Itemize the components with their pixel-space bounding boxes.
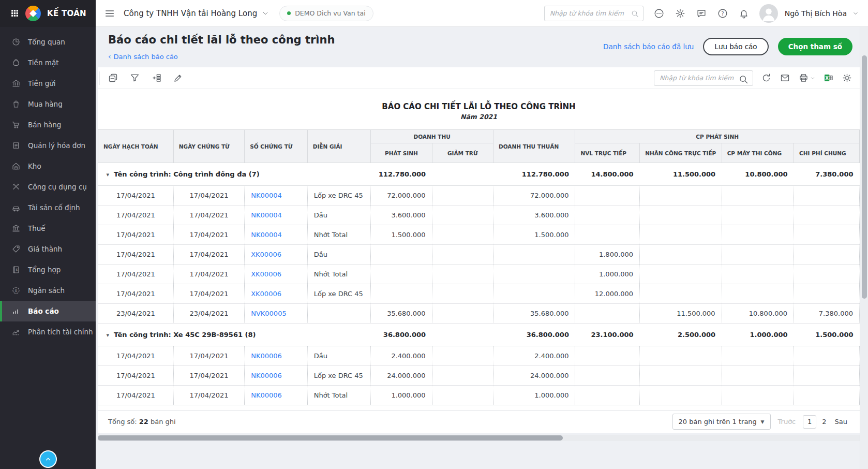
column-header[interactable]: GIẢM TRỪ xyxy=(432,143,493,163)
column-header[interactable]: CHI PHÍ CHUNG xyxy=(794,143,860,163)
breadcrumb[interactable]: ‹Danh sách báo cáo xyxy=(108,52,178,61)
sidebar-item-analysis[interactable]: Phân tích tài chính xyxy=(0,321,96,342)
table-cell xyxy=(722,225,794,245)
refresh-icon[interactable] xyxy=(761,72,772,83)
horizontal-scrollbar-thumb[interactable] xyxy=(98,435,563,441)
print-group[interactable] xyxy=(798,72,815,83)
vertical-scrollbar[interactable] xyxy=(860,27,868,469)
table-row[interactable]: 17/04/202117/04/2021XK00006Lốp xe DRC 45… xyxy=(98,284,860,304)
table-row[interactable]: 17/04/202117/04/2021NK00004Nhớt Total1.5… xyxy=(98,225,860,245)
save-report-button[interactable]: Lưu báo cáo xyxy=(703,38,768,55)
sidebar-item-assets[interactable]: Tài sản cố định xyxy=(0,197,96,218)
group-title[interactable]: ▾Tên công trình: Công trình đống đa (7) xyxy=(98,163,371,186)
budget-icon: $ xyxy=(11,286,21,295)
apps-grid-icon[interactable] xyxy=(10,9,19,18)
sidebar-item-sales[interactable]: Bán hàng xyxy=(0,114,96,135)
voucher-link[interactable]: XK00006 xyxy=(251,270,281,278)
table-row[interactable]: 17/04/202117/04/2021NK00006Lốp xe DRC 45… xyxy=(98,366,860,386)
table-row[interactable]: 17/04/202117/04/2021NK00004Lốp xe DRC 45… xyxy=(98,186,860,206)
settings-icon[interactable] xyxy=(675,8,686,19)
collapse-triangle-icon[interactable]: ▾ xyxy=(107,332,110,339)
collapse-rows-icon[interactable] xyxy=(108,72,118,83)
help-icon[interactable]: ? xyxy=(717,8,728,19)
table-cell xyxy=(794,186,860,206)
page-size-select[interactable]: 20 bản ghi trên 1 trang ▼ xyxy=(672,414,771,430)
notifications-icon[interactable] xyxy=(738,8,750,19)
table-settings-icon[interactable] xyxy=(842,72,852,83)
sidebar-item-tax[interactable]: Thuế xyxy=(0,218,96,239)
export-excel-icon[interactable]: X xyxy=(823,72,834,83)
saved-reports-link[interactable]: Danh sách báo cáo đã lưu xyxy=(603,42,694,51)
user-name[interactable]: Ngô Thị Bích Hòa xyxy=(785,9,847,18)
filter-icon[interactable] xyxy=(129,72,140,83)
sidebar-item-report[interactable]: Báo cáo xyxy=(0,301,96,321)
table-cell xyxy=(794,265,860,284)
voucher-link[interactable]: NVK00005 xyxy=(251,310,287,317)
sidebar-item-overview[interactable]: Tổng quan xyxy=(0,32,96,52)
sidebar-item-purchase[interactable]: Mua hàng xyxy=(0,94,96,114)
column-header[interactable]: SỐ CHỨNG TỪ xyxy=(245,130,308,163)
email-icon[interactable] xyxy=(780,72,790,83)
hamburger-icon[interactable] xyxy=(104,8,115,19)
table-row[interactable]: 17/04/202117/04/2021NK00004Dầu3.600.0003… xyxy=(98,206,860,225)
table-row[interactable]: 23/04/202123/04/2021NVK0000535.680.00035… xyxy=(98,304,860,324)
group-row[interactable]: ▾Tên công trình: Công trình đống đa (7)1… xyxy=(98,163,860,186)
table-row[interactable]: 17/04/202117/04/2021XK00006Dầu1.800.000 xyxy=(98,245,860,265)
table-cell xyxy=(575,225,640,245)
voucher-link[interactable]: NK00006 xyxy=(251,391,282,399)
sidebar-item-label: Tổng hợp xyxy=(28,266,61,274)
voucher-link[interactable]: XK00006 xyxy=(251,251,281,258)
column-header[interactable]: NGÀY CHỨNG TỪ xyxy=(173,130,244,163)
edit-icon[interactable] xyxy=(173,72,184,83)
column-header[interactable]: NHÂN CÔNG TRỰC TIẾP xyxy=(640,143,722,163)
table-row[interactable]: 17/04/202117/04/2021NK00006Dầu2.400.0002… xyxy=(98,346,860,366)
table-cell: 3.600.000 xyxy=(371,206,432,225)
voucher-link[interactable]: NK00006 xyxy=(251,352,282,360)
column-header[interactable]: CP MÁY THI CÔNG xyxy=(722,143,794,163)
group-row[interactable]: ▾Tên công trình: Xe 45C 29B-89561 (8)36.… xyxy=(98,324,860,346)
voucher-link[interactable]: XK00006 xyxy=(251,290,281,298)
user-menu-caret-icon[interactable] xyxy=(852,10,859,17)
sidebar-item-deposit[interactable]: Tiền gửi xyxy=(0,73,96,94)
collapse-triangle-icon[interactable]: ▾ xyxy=(107,171,110,178)
horizontal-scrollbar[interactable] xyxy=(98,435,860,441)
column-header[interactable]: NGÀY HẠCH TOÁN xyxy=(98,130,174,163)
vertical-scrollbar-thumb[interactable] xyxy=(862,55,867,299)
more-icon[interactable] xyxy=(653,8,665,19)
sidebar-item-cost[interactable]: Giá thành xyxy=(0,239,96,259)
next-page-button[interactable]: Sau xyxy=(835,418,847,426)
column-header[interactable]: DOANH THU THUẦN xyxy=(493,130,575,163)
column-header[interactable]: PHÁT SINH xyxy=(371,143,432,163)
table-row[interactable]: 17/04/202117/04/2021XK00006Nhớt Total1.0… xyxy=(98,265,860,284)
table-cell: 3.600.000 xyxy=(493,206,575,225)
column-header[interactable]: DIỄN GIẢI xyxy=(307,130,371,163)
add-column-icon[interactable] xyxy=(151,72,162,83)
table-cell: NVK00005 xyxy=(245,304,308,324)
page-button-2[interactable]: 2 xyxy=(821,418,827,426)
voucher-link[interactable]: NK00004 xyxy=(251,192,282,199)
sidebar-item-tools[interactable]: Công cụ dụng cụ xyxy=(0,177,96,197)
voucher-link[interactable]: NK00006 xyxy=(251,372,282,379)
scroll-up-button[interactable] xyxy=(39,450,57,468)
table-row[interactable]: 17/04/202117/04/2021NK00006Nhớt Total1.0… xyxy=(98,386,860,405)
chat-icon[interactable] xyxy=(696,8,707,19)
global-search-input[interactable] xyxy=(545,6,643,21)
group-title[interactable]: ▾Tên công trình: Xe 45C 29B-89561 (8) xyxy=(98,324,371,346)
company-selector[interactable]: Công ty TNHH Vận tải Hoàng Long xyxy=(124,9,269,18)
sidebar-item-general[interactable]: $Tổng hợp xyxy=(0,259,96,280)
sidebar-item-warehouse[interactable]: Kho xyxy=(0,156,96,177)
column-header[interactable]: NVL TRỰC TIẾP xyxy=(575,143,640,163)
sidebar-item-invoice[interactable]: Quản lý hóa đơn xyxy=(0,135,96,156)
demo-badge[interactable]: DEMO Dich vu Van tai xyxy=(279,6,373,21)
sidebar-item-cash[interactable]: Tiền mặt xyxy=(0,52,96,73)
sidebar-item-budget[interactable]: $Ngân sách xyxy=(0,280,96,301)
prev-page-button[interactable]: Trước xyxy=(778,418,796,426)
column-header[interactable]: CP PHÁT SINH xyxy=(575,130,860,143)
choose-params-button[interactable]: Chọn tham số xyxy=(778,38,852,55)
avatar[interactable] xyxy=(759,4,778,23)
voucher-link[interactable]: NK00004 xyxy=(251,211,282,219)
voucher-link[interactable]: NK00004 xyxy=(251,231,282,239)
table-cell xyxy=(432,206,493,225)
page-button-1[interactable]: 1 xyxy=(803,415,816,429)
column-header[interactable]: DOANH THU xyxy=(371,130,493,143)
